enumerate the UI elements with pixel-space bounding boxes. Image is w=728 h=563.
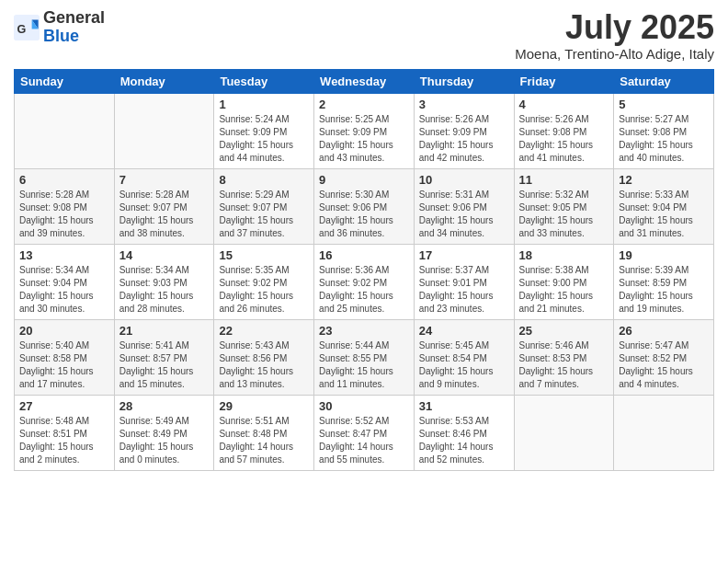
calendar-week-row: 6Sunrise: 5:28 AMSunset: 9:08 PMDaylight… bbox=[15, 168, 714, 244]
day-info: Sunrise: 5:35 AMSunset: 9:02 PMDaylight:… bbox=[219, 264, 309, 316]
col-sunday: Sunday bbox=[15, 69, 115, 93]
table-row bbox=[114, 93, 214, 168]
table-row: 8Sunrise: 5:29 AMSunset: 9:07 PMDaylight… bbox=[214, 168, 314, 244]
calendar-week-row: 27Sunrise: 5:48 AMSunset: 8:51 PMDayligh… bbox=[15, 395, 714, 470]
calendar-week-row: 20Sunrise: 5:40 AMSunset: 8:58 PMDayligh… bbox=[15, 319, 714, 395]
day-number: 7 bbox=[119, 173, 210, 187]
day-info: Sunrise: 5:34 AMSunset: 9:04 PMDaylight:… bbox=[19, 264, 109, 316]
table-row: 30Sunrise: 5:52 AMSunset: 8:47 PMDayligh… bbox=[314, 395, 415, 470]
table-row bbox=[15, 93, 115, 168]
table-row: 19Sunrise: 5:39 AMSunset: 8:59 PMDayligh… bbox=[614, 244, 714, 319]
day-number: 3 bbox=[419, 98, 509, 111]
day-number: 10 bbox=[419, 173, 509, 187]
day-info: Sunrise: 5:40 AMSunset: 8:58 PMDaylight:… bbox=[19, 339, 109, 391]
table-row: 31Sunrise: 5:53 AMSunset: 8:46 PMDayligh… bbox=[414, 395, 514, 470]
day-info: Sunrise: 5:41 AMSunset: 8:57 PMDaylight:… bbox=[119, 339, 210, 391]
day-number: 1 bbox=[219, 98, 309, 111]
day-number: 13 bbox=[19, 248, 109, 262]
day-info: Sunrise: 5:39 AMSunset: 8:59 PMDaylight:… bbox=[619, 264, 709, 316]
day-info: Sunrise: 5:29 AMSunset: 9:07 PMDaylight:… bbox=[219, 189, 309, 240]
day-number: 24 bbox=[419, 324, 509, 338]
table-row: 29Sunrise: 5:51 AMSunset: 8:48 PMDayligh… bbox=[214, 395, 314, 470]
day-info: Sunrise: 5:34 AMSunset: 9:03 PMDaylight:… bbox=[119, 264, 210, 316]
logo-icon: G bbox=[14, 15, 40, 40]
day-number: 25 bbox=[519, 324, 609, 338]
day-number: 11 bbox=[519, 173, 609, 187]
day-number: 28 bbox=[119, 399, 210, 413]
table-row: 4Sunrise: 5:26 AMSunset: 9:08 PMDaylight… bbox=[514, 93, 614, 168]
table-row: 15Sunrise: 5:35 AMSunset: 9:02 PMDayligh… bbox=[214, 244, 314, 319]
table-row: 5Sunrise: 5:27 AMSunset: 9:08 PMDaylight… bbox=[614, 93, 714, 168]
day-info: Sunrise: 5:27 AMSunset: 9:08 PMDaylight:… bbox=[619, 113, 709, 165]
table-row: 11Sunrise: 5:32 AMSunset: 9:05 PMDayligh… bbox=[514, 168, 614, 244]
day-info: Sunrise: 5:26 AMSunset: 9:08 PMDaylight:… bbox=[519, 113, 609, 165]
month-title: July 2025 bbox=[515, 9, 714, 46]
day-info: Sunrise: 5:28 AMSunset: 9:08 PMDaylight:… bbox=[19, 189, 109, 240]
table-row: 1Sunrise: 5:24 AMSunset: 9:09 PMDaylight… bbox=[214, 93, 314, 168]
day-info: Sunrise: 5:43 AMSunset: 8:56 PMDaylight:… bbox=[219, 339, 309, 391]
table-row: 17Sunrise: 5:37 AMSunset: 9:01 PMDayligh… bbox=[414, 244, 514, 319]
day-number: 31 bbox=[419, 399, 509, 413]
page-header: G General Blue July 2025 Moena, Trentino… bbox=[14, 9, 714, 62]
day-info: Sunrise: 5:33 AMSunset: 9:04 PMDaylight:… bbox=[619, 189, 709, 240]
table-row: 28Sunrise: 5:49 AMSunset: 8:49 PMDayligh… bbox=[114, 395, 214, 470]
day-number: 6 bbox=[19, 173, 109, 187]
day-number: 12 bbox=[619, 173, 709, 187]
col-monday: Monday bbox=[114, 69, 214, 93]
calendar-header-row: Sunday Monday Tuesday Wednesday Thursday… bbox=[15, 69, 714, 93]
table-row: 2Sunrise: 5:25 AMSunset: 9:09 PMDaylight… bbox=[314, 93, 415, 168]
day-info: Sunrise: 5:45 AMSunset: 8:54 PMDaylight:… bbox=[419, 339, 509, 391]
day-number: 23 bbox=[319, 324, 409, 338]
table-row: 24Sunrise: 5:45 AMSunset: 8:54 PMDayligh… bbox=[414, 319, 514, 395]
day-number: 16 bbox=[319, 248, 409, 262]
table-row: 25Sunrise: 5:46 AMSunset: 8:53 PMDayligh… bbox=[514, 319, 614, 395]
day-info: Sunrise: 5:36 AMSunset: 9:02 PMDaylight:… bbox=[319, 264, 409, 316]
table-row: 13Sunrise: 5:34 AMSunset: 9:04 PMDayligh… bbox=[15, 244, 115, 319]
day-info: Sunrise: 5:49 AMSunset: 8:49 PMDaylight:… bbox=[119, 415, 210, 466]
day-number: 5 bbox=[619, 98, 709, 111]
day-number: 17 bbox=[419, 248, 509, 262]
col-tuesday: Tuesday bbox=[214, 69, 314, 93]
day-number: 15 bbox=[219, 248, 309, 262]
day-number: 2 bbox=[319, 98, 409, 111]
table-row: 6Sunrise: 5:28 AMSunset: 9:08 PMDaylight… bbox=[15, 168, 115, 244]
day-number: 4 bbox=[519, 98, 609, 111]
day-info: Sunrise: 5:46 AMSunset: 8:53 PMDaylight:… bbox=[519, 339, 609, 391]
day-number: 27 bbox=[19, 399, 109, 413]
day-number: 9 bbox=[319, 173, 409, 187]
table-row: 12Sunrise: 5:33 AMSunset: 9:04 PMDayligh… bbox=[614, 168, 714, 244]
logo-general-text: General bbox=[43, 8, 105, 27]
day-number: 30 bbox=[319, 399, 409, 413]
day-info: Sunrise: 5:30 AMSunset: 9:06 PMDaylight:… bbox=[319, 189, 409, 240]
day-info: Sunrise: 5:26 AMSunset: 9:09 PMDaylight:… bbox=[419, 113, 509, 165]
table-row: 26Sunrise: 5:47 AMSunset: 8:52 PMDayligh… bbox=[614, 319, 714, 395]
table-row: 14Sunrise: 5:34 AMSunset: 9:03 PMDayligh… bbox=[114, 244, 214, 319]
calendar-table: Sunday Monday Tuesday Wednesday Thursday… bbox=[14, 69, 714, 471]
table-row: 20Sunrise: 5:40 AMSunset: 8:58 PMDayligh… bbox=[15, 319, 115, 395]
day-info: Sunrise: 5:24 AMSunset: 9:09 PMDaylight:… bbox=[219, 113, 309, 165]
table-row: 27Sunrise: 5:48 AMSunset: 8:51 PMDayligh… bbox=[15, 395, 115, 470]
table-row bbox=[614, 395, 714, 470]
table-row: 21Sunrise: 5:41 AMSunset: 8:57 PMDayligh… bbox=[114, 319, 214, 395]
day-number: 18 bbox=[519, 248, 609, 262]
day-number: 19 bbox=[619, 248, 709, 262]
table-row: 3Sunrise: 5:26 AMSunset: 9:09 PMDaylight… bbox=[414, 93, 514, 168]
logo: G General Blue bbox=[14, 9, 105, 46]
day-info: Sunrise: 5:28 AMSunset: 9:07 PMDaylight:… bbox=[119, 189, 210, 240]
table-row: 16Sunrise: 5:36 AMSunset: 9:02 PMDayligh… bbox=[314, 244, 415, 319]
table-row bbox=[514, 395, 614, 470]
day-info: Sunrise: 5:32 AMSunset: 9:05 PMDaylight:… bbox=[519, 189, 609, 240]
col-saturday: Saturday bbox=[614, 69, 714, 93]
table-row: 23Sunrise: 5:44 AMSunset: 8:55 PMDayligh… bbox=[314, 319, 415, 395]
calendar-week-row: 1Sunrise: 5:24 AMSunset: 9:09 PMDaylight… bbox=[15, 93, 714, 168]
day-info: Sunrise: 5:37 AMSunset: 9:01 PMDaylight:… bbox=[419, 264, 509, 316]
day-number: 14 bbox=[119, 248, 210, 262]
day-number: 21 bbox=[119, 324, 210, 338]
location-subtitle: Moena, Trentino-Alto Adige, Italy bbox=[515, 46, 714, 62]
table-row: 22Sunrise: 5:43 AMSunset: 8:56 PMDayligh… bbox=[214, 319, 314, 395]
title-block: July 2025 Moena, Trentino-Alto Adige, It… bbox=[515, 9, 714, 62]
day-info: Sunrise: 5:52 AMSunset: 8:47 PMDaylight:… bbox=[319, 415, 409, 466]
col-wednesday: Wednesday bbox=[314, 69, 415, 93]
day-number: 26 bbox=[619, 324, 709, 338]
col-thursday: Thursday bbox=[414, 69, 514, 93]
